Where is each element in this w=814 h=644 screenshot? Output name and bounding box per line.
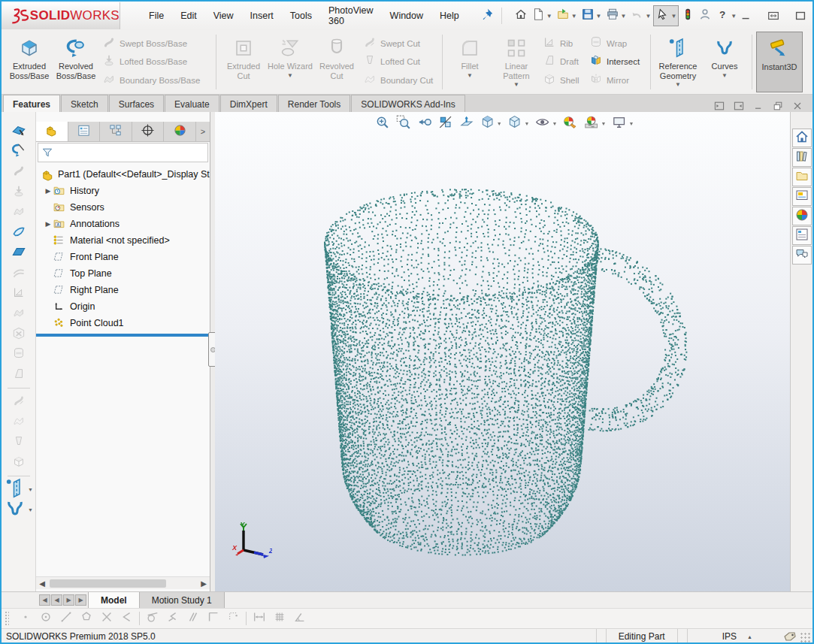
- fm-tab-configurationmanager[interactable]: [100, 122, 132, 141]
- doc-pane-left-button[interactable]: [713, 100, 725, 112]
- ribbon-hole-wizard-button[interactable]: Hole Wizard▼: [267, 32, 313, 92]
- ribbon-extruded-cut-button[interactable]: Extruded Cut: [220, 32, 267, 92]
- tree-root-item[interactable]: Part1 (Default<<Default>_Display Sta: [36, 166, 210, 183]
- menu-insert[interactable]: Insert: [243, 7, 281, 25]
- knit-surface-button[interactable]: [12, 364, 26, 385]
- snap-tangent-button[interactable]: [142, 610, 162, 627]
- ribbon-curves-button[interactable]: Curves▼: [701, 32, 748, 92]
- tab-model[interactable]: Model: [88, 592, 140, 608]
- resize-panes-button[interactable]: [765, 9, 782, 23]
- new-document-button[interactable]: ▼: [530, 5, 554, 26]
- tab-solidworks-add-ins[interactable]: SOLIDWORKS Add-Ins: [351, 95, 464, 112]
- ribbon-swept-boss-base-button[interactable]: Swept Boss/Base: [102, 35, 209, 52]
- save-button[interactable]: ▼: [579, 5, 604, 26]
- ribbon-lofted-cut-button[interactable]: Lofted Cut: [363, 53, 435, 70]
- untrim-surface-button[interactable]: [12, 432, 26, 452]
- planar-surface-button[interactable]: [11, 243, 27, 263]
- unit-system-selector[interactable]: IPS: [692, 631, 743, 642]
- toolbar-grip[interactable]: [5, 611, 9, 626]
- zoom-to-fit-button[interactable]: [374, 114, 390, 133]
- rollback-bar[interactable]: [36, 334, 210, 337]
- snap-nearest-button[interactable]: [117, 610, 137, 627]
- home-button[interactable]: [513, 5, 529, 26]
- menu-photoview-360[interactable]: PhotoView 360: [321, 2, 381, 30]
- ribbon-revolved-cut-button[interactable]: Revolved Cut: [313, 32, 360, 92]
- snap-line-button[interactable]: [56, 610, 76, 627]
- menu-view[interactable]: View: [206, 7, 241, 25]
- doc-close-button[interactable]: [791, 100, 803, 112]
- tab-motion-study-1[interactable]: Motion Study 1: [140, 592, 225, 608]
- ribbon-extruded-boss-base-button[interactable]: Extruded Boss/Base: [6, 32, 53, 92]
- delete-face-button[interactable]: [11, 324, 27, 344]
- swept-surface-button[interactable]: [12, 162, 26, 182]
- maximize-button[interactable]: [792, 9, 809, 23]
- extruded-surface-button[interactable]: [11, 121, 27, 141]
- menu-file[interactable]: File: [141, 7, 171, 25]
- tab-surfaces[interactable]: Surfaces: [109, 95, 164, 112]
- boundary-surface-button[interactable]: [12, 202, 26, 222]
- file-explorer-button[interactable]: [792, 168, 812, 186]
- snap-length-button[interactable]: [249, 610, 269, 627]
- snap-intersection-button[interactable]: [96, 610, 117, 627]
- tab-dimxpert[interactable]: DimXpert: [220, 95, 277, 112]
- dropdown-caret-icon[interactable]: ▼: [28, 487, 33, 492]
- options-button[interactable]: [679, 5, 696, 26]
- dropdown-caret-icon[interactable]: ▼: [525, 121, 530, 126]
- ruled-surface-button[interactable]: [12, 283, 26, 304]
- lofted-surface-button[interactable]: [12, 182, 26, 202]
- section-view-button[interactable]: [437, 114, 453, 133]
- dropdown-caret-icon[interactable]: ▼: [571, 13, 577, 20]
- ribbon-linear-pattern-button[interactable]: Linear Pattern▼: [493, 32, 540, 92]
- dropdown-caret-icon[interactable]: ▼: [497, 121, 502, 126]
- resize-grip[interactable]: [800, 633, 811, 643]
- view-palette-button[interactable]: [792, 187, 812, 206]
- tab-evaluate[interactable]: Evaluate: [165, 95, 219, 112]
- dropdown-caret-icon[interactable]: ▼: [675, 81, 681, 88]
- snap-points-hv-button[interactable]: [223, 610, 244, 627]
- tree-item-origin[interactable]: Origin: [36, 298, 210, 315]
- dropdown-caret-icon[interactable]: ▼: [645, 13, 651, 20]
- ribbon-boundary-cut-button[interactable]: Boundary Cut: [363, 72, 435, 89]
- edit-appearance-button[interactable]: [562, 114, 578, 133]
- ribbon-instant3d-button[interactable]: Instant3D: [756, 32, 803, 92]
- snap-parallel-button[interactable]: [183, 610, 203, 627]
- snap-perpendicular-button[interactable]: [162, 610, 183, 627]
- menu-window[interactable]: Window: [383, 7, 431, 25]
- extend-surface-button[interactable]: [12, 392, 26, 412]
- snap-grid-button[interactable]: [269, 610, 289, 627]
- ribbon-lofted-boss-base-button[interactable]: Lofted Boss/Base: [102, 53, 209, 70]
- ribbon-wrap-button[interactable]: Wrap: [589, 35, 643, 52]
- trim-surface-button[interactable]: [12, 412, 26, 432]
- dropdown-caret-icon[interactable]: ▼: [552, 121, 558, 126]
- dropdown-caret-icon[interactable]: ▼: [596, 13, 602, 20]
- dropdown-caret-icon[interactable]: ▼: [287, 72, 293, 79]
- tree-item-point-cloud1[interactable]: Point Cloud1: [36, 315, 210, 331]
- menu-edit[interactable]: Edit: [173, 7, 204, 25]
- dropdown-caret-icon[interactable]: ▼: [722, 72, 728, 79]
- doc-pane-right-button[interactable]: [733, 100, 745, 112]
- print-button[interactable]: ▼: [604, 5, 628, 26]
- tree-item-history[interactable]: ▶History: [36, 183, 210, 199]
- tree-item-material-not-specified-[interactable]: Material <not specified>: [36, 232, 210, 249]
- ribbon-fillet-button[interactable]: Fillet▼: [446, 32, 493, 92]
- ribbon-reference-geometry-button[interactable]: Reference Geometry▼: [655, 32, 701, 92]
- select-button[interactable]: ▼: [653, 5, 679, 26]
- snap-point-button[interactable]: [15, 610, 35, 627]
- ribbon-intersect-button[interactable]: Intersect: [589, 53, 643, 70]
- dropdown-caret-icon[interactable]: ▼: [601, 121, 606, 126]
- tree-expander-icon[interactable]: ▶: [44, 220, 53, 228]
- tab-nav-previous-button[interactable]: ◀: [51, 594, 62, 606]
- dropdown-caret-icon[interactable]: ▼: [670, 13, 676, 20]
- tab-nav-first-button[interactable]: ◀: [39, 594, 50, 606]
- ribbon-draft-button[interactable]: Draft: [543, 53, 583, 70]
- scrollbar-track[interactable]: [48, 579, 198, 588]
- view-orientation-normal-button[interactable]: [458, 114, 474, 133]
- dropdown-caret-icon[interactable]: ▼: [546, 13, 552, 20]
- solidworks-forum-button[interactable]: [792, 246, 812, 265]
- tree-item-front-plane[interactable]: Front Plane: [36, 249, 210, 265]
- offset-surface-button[interactable]: [11, 263, 27, 283]
- ribbon-swept-cut-button[interactable]: Swept Cut: [363, 35, 435, 52]
- replace-face-button[interactable]: [12, 344, 26, 364]
- tab-sketch[interactable]: Sketch: [61, 95, 108, 112]
- ribbon-mirror-button[interactable]: Mirror: [589, 72, 643, 89]
